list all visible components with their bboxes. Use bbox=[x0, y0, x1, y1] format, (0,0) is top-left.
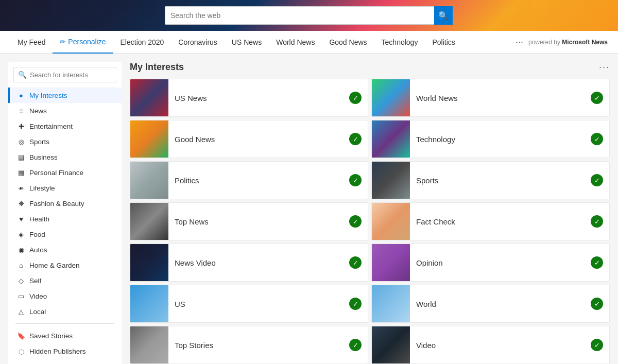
interest-label-good-news: Good News bbox=[168, 135, 349, 144]
nav-more-button[interactable]: ··· bbox=[510, 32, 528, 51]
interest-label-video: Video bbox=[410, 341, 591, 350]
interest-label-world-news: World News bbox=[410, 94, 591, 102]
sidebar-item-local[interactable]: △ Local bbox=[8, 304, 122, 319]
sidebar-icon-local: △ bbox=[17, 307, 25, 316]
content-header: My Interests ··· bbox=[130, 62, 610, 73]
interest-check-sports[interactable]: ✓ bbox=[591, 174, 603, 186]
content-more-button[interactable]: ··· bbox=[599, 62, 610, 73]
interest-card-world[interactable]: World ✓ bbox=[371, 285, 610, 323]
interest-grid: US News ✓ World News ✓ Good News ✓ Techn… bbox=[130, 79, 610, 364]
sidebar-item-hidden-publishers[interactable]: ◌ Hidden Publishers bbox=[8, 343, 122, 359]
sidebar-item-autos[interactable]: ◉ Autos bbox=[8, 242, 122, 257]
sidebar-label-my-interests: My Interests bbox=[29, 92, 67, 99]
interest-check-good-news[interactable]: ✓ bbox=[349, 133, 362, 145]
interest-card-politics[interactable]: Politics ✓ bbox=[130, 161, 368, 199]
interest-card-opinion[interactable]: Opinion ✓ bbox=[371, 244, 610, 282]
interest-check-top-news[interactable]: ✓ bbox=[349, 215, 362, 228]
search-icon: 🔍 bbox=[18, 71, 27, 79]
interest-card-top-stories[interactable]: Top Stories ✓ bbox=[130, 326, 368, 364]
sidebar-label-personal-finance: Personal Finance bbox=[29, 169, 83, 177]
interest-check-us[interactable]: ✓ bbox=[349, 298, 362, 310]
sidebar-item-lifestyle[interactable]: ☙ Lifestyle bbox=[8, 180, 122, 196]
sidebar-item-video[interactable]: ▭ Video bbox=[8, 288, 122, 304]
sidebar-label-fashion-beauty: Fashion & Beauty bbox=[29, 200, 84, 207]
sidebar-item-my-interests[interactable]: ● My Interests bbox=[8, 88, 122, 103]
sidebar-item-saved-stories[interactable]: 🔖 Saved Stories bbox=[8, 328, 122, 343]
sidebar-item-business[interactable]: ▤ Business bbox=[8, 149, 122, 165]
interest-check-fact-check[interactable]: ✓ bbox=[591, 215, 603, 228]
main-layout: 🔍 ● My Interests ≡ News ✚ Entertainment … bbox=[0, 54, 618, 364]
sidebar-icon-entertainment: ✚ bbox=[17, 122, 25, 130]
sidebar-item-home-garden[interactable]: ⌂ Home & Garden bbox=[8, 257, 122, 273]
nav-item-world-news[interactable]: World News bbox=[269, 31, 322, 54]
interest-label-us-news: US News bbox=[168, 94, 349, 102]
sidebar-label-local: Local bbox=[29, 308, 46, 316]
sidebar-icon-sports: ◎ bbox=[17, 137, 25, 146]
search-input[interactable] bbox=[170, 11, 434, 20]
interest-check-technology[interactable]: ✓ bbox=[591, 133, 603, 145]
interest-card-world-news[interactable]: World News ✓ bbox=[371, 79, 610, 117]
interest-card-video[interactable]: Video ✓ bbox=[371, 326, 610, 364]
sidebar-search[interactable]: 🔍 bbox=[13, 67, 116, 82]
sidebar-item-news[interactable]: ≡ News bbox=[8, 103, 122, 118]
content-title: My Interests bbox=[130, 62, 184, 73]
nav-item-good-news[interactable]: Good News bbox=[322, 31, 374, 54]
nav-item-us-news[interactable]: US News bbox=[225, 31, 269, 54]
interest-label-technology: Technology bbox=[410, 135, 591, 144]
interest-card-sports[interactable]: Sports ✓ bbox=[371, 161, 610, 199]
sidebar-icon-health: ♥ bbox=[17, 215, 25, 223]
nav-powered-by: powered by Microsoft News bbox=[528, 39, 608, 46]
sidebar-label-business: Business bbox=[29, 153, 58, 161]
sidebar-icon-self: ◇ bbox=[17, 276, 25, 285]
sidebar-item-information-cards[interactable]: ⚙ Information cards bbox=[8, 359, 122, 364]
sidebar-icon-hidden-publishers: ◌ bbox=[17, 347, 25, 355]
sidebar-item-fashion-beauty[interactable]: ❋ Fashion & Beauty bbox=[8, 196, 122, 211]
interest-thumb-world-news bbox=[372, 79, 410, 117]
sidebar-icon-saved-stories: 🔖 bbox=[17, 332, 25, 340]
interest-label-opinion: Opinion bbox=[410, 258, 591, 267]
sidebar-label-self: Self bbox=[29, 277, 41, 285]
sidebar-search-input[interactable] bbox=[30, 71, 116, 79]
interest-thumb-technology bbox=[372, 120, 410, 158]
sidebar-item-personal-finance[interactable]: ▦ Personal Finance bbox=[8, 165, 122, 180]
sidebar-icon-fashion-beauty: ❋ bbox=[17, 199, 25, 207]
nav-item-election-2020[interactable]: Election 2020 bbox=[113, 31, 171, 54]
sidebar-icon-business: ▤ bbox=[17, 153, 25, 161]
nav-item-personalize[interactable]: ✏ Personalize bbox=[53, 31, 113, 54]
nav-item-coronavirus[interactable]: Coronavirus bbox=[171, 31, 224, 54]
nav-item-politics[interactable]: Politics bbox=[425, 31, 462, 54]
interest-card-us-news[interactable]: US News ✓ bbox=[130, 79, 368, 117]
interest-thumb-top-stories bbox=[130, 326, 168, 364]
interest-thumb-fact-check bbox=[372, 202, 410, 240]
nav-item-my-feed[interactable]: My Feed bbox=[10, 31, 53, 54]
sidebar-label-health: Health bbox=[29, 215, 49, 223]
header-banner: 🔍 bbox=[0, 0, 618, 31]
interest-card-top-news[interactable]: Top News ✓ bbox=[130, 202, 368, 240]
nav-bar-left: My Feed✏ PersonalizeElection 2020Coronav… bbox=[10, 31, 510, 54]
sidebar-item-entertainment[interactable]: ✚ Entertainment bbox=[8, 118, 122, 134]
sidebar-item-food[interactable]: ◈ Food bbox=[8, 227, 122, 242]
interest-card-news-video[interactable]: News Video ✓ bbox=[130, 244, 368, 282]
interest-check-politics[interactable]: ✓ bbox=[349, 174, 362, 186]
interest-thumb-opinion bbox=[372, 244, 410, 282]
sidebar-item-self[interactable]: ◇ Self bbox=[8, 273, 122, 288]
interest-check-us-news[interactable]: ✓ bbox=[349, 92, 362, 104]
search-bar[interactable]: 🔍 bbox=[165, 6, 453, 25]
sidebar: 🔍 ● My Interests ≡ News ✚ Entertainment … bbox=[8, 62, 122, 364]
interest-card-us[interactable]: US ✓ bbox=[130, 285, 368, 323]
interest-check-world[interactable]: ✓ bbox=[591, 298, 603, 310]
interest-card-fact-check[interactable]: Fact Check ✓ bbox=[371, 202, 610, 240]
sidebar-label-sports: Sports bbox=[29, 138, 49, 146]
interest-check-video[interactable]: ✓ bbox=[591, 339, 603, 351]
sidebar-item-sports[interactable]: ◎ Sports bbox=[8, 134, 122, 149]
interest-label-top-news: Top News bbox=[168, 217, 349, 226]
nav-item-technology[interactable]: Technology bbox=[374, 31, 425, 54]
sidebar-item-health[interactable]: ♥ Health bbox=[8, 211, 122, 227]
interest-check-top-stories[interactable]: ✓ bbox=[349, 339, 362, 351]
interest-check-opinion[interactable]: ✓ bbox=[591, 256, 603, 269]
interest-check-world-news[interactable]: ✓ bbox=[591, 92, 603, 104]
search-button[interactable]: 🔍 bbox=[434, 6, 453, 25]
interest-card-technology[interactable]: Technology ✓ bbox=[371, 120, 610, 158]
interest-check-news-video[interactable]: ✓ bbox=[349, 256, 362, 269]
interest-card-good-news[interactable]: Good News ✓ bbox=[130, 120, 368, 158]
